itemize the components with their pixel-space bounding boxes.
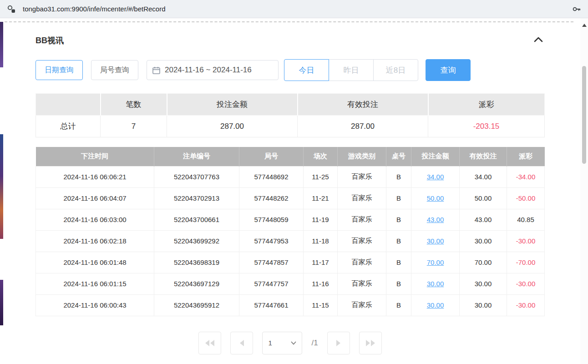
page-select-value: 1 bbox=[268, 339, 272, 347]
cell-order-id: 522043699292 bbox=[154, 230, 239, 252]
cell-order-id: 522043700661 bbox=[154, 209, 239, 230]
cell-session: 11-17 bbox=[304, 252, 338, 273]
next-page-button[interactable] bbox=[327, 332, 350, 354]
page-title: BB视讯 bbox=[35, 35, 64, 46]
header-order-id: 注单编号 bbox=[154, 147, 239, 166]
cell-round-id: 577447953 bbox=[239, 230, 304, 252]
cell-round-id: 577448059 bbox=[239, 209, 304, 230]
table-row: 2024-11-16 06:00:43 522043695912 5774476… bbox=[36, 294, 545, 316]
table-row: 2024-11-16 06:06:21 522043707763 5774486… bbox=[36, 166, 545, 187]
cell-order-id: 522043697129 bbox=[154, 273, 239, 294]
cell-session: 11-16 bbox=[304, 273, 338, 294]
table-row: 2024-11-16 06:04:07 522043702913 5774482… bbox=[36, 187, 545, 209]
header-game-type: 游戏类别 bbox=[338, 147, 386, 166]
quick-date-button-group: 今日 昨日 近8日 bbox=[284, 59, 418, 81]
key-icon[interactable] bbox=[572, 4, 582, 14]
bet-amount-link[interactable]: 30.00 bbox=[427, 301, 444, 309]
date-range-input[interactable]: 2024-11-16 ~ 2024-11-16 bbox=[147, 60, 279, 80]
date-range-value: 2024-11-16 ~ 2024-11-16 bbox=[165, 66, 252, 75]
bet-amount-link[interactable]: 30.00 bbox=[427, 237, 444, 245]
first-page-button[interactable] bbox=[198, 332, 221, 354]
table-row: 2024-11-16 06:02:18 522043699292 5774479… bbox=[36, 230, 545, 252]
date-query-tab[interactable]: 日期查询 bbox=[35, 60, 83, 80]
cell-round-id: 577447661 bbox=[239, 294, 304, 316]
summary-count: 7 bbox=[101, 116, 167, 137]
cell-game-type: 百家乐 bbox=[338, 166, 386, 187]
cell-game-type: 百家乐 bbox=[338, 252, 386, 273]
cell-valid-bet: 70.00 bbox=[460, 252, 507, 273]
table-row: 2024-11-16 06:03:00 522043700661 5774480… bbox=[36, 209, 545, 230]
cell-valid-bet: 30.00 bbox=[460, 230, 507, 252]
summary-bet-amount: 287.00 bbox=[167, 116, 298, 137]
yesterday-button[interactable]: 昨日 bbox=[329, 59, 374, 81]
cell-bet-time: 2024-11-16 06:02:18 bbox=[36, 230, 154, 252]
cell-bet-time: 2024-11-16 06:01:15 bbox=[36, 273, 154, 294]
browser-address-bar: tongbao31.com:9900/infe/mcenter/#/betRec… bbox=[0, 0, 588, 18]
chevron-down-icon bbox=[291, 341, 296, 345]
cell-round-id: 577447757 bbox=[239, 273, 304, 294]
cell-game-type: 百家乐 bbox=[338, 230, 386, 252]
last-8-days-button[interactable]: 近8日 bbox=[373, 59, 418, 81]
cell-order-id: 522043707763 bbox=[154, 166, 239, 187]
cell-session: 11-19 bbox=[304, 209, 338, 230]
scrollbar-track[interactable] bbox=[580, 18, 588, 364]
bet-amount-link[interactable]: 43.00 bbox=[427, 216, 444, 223]
cell-payout: -50.00 bbox=[507, 187, 545, 209]
cell-valid-bet: 30.00 bbox=[460, 273, 507, 294]
bet-amount-link[interactable]: 30.00 bbox=[427, 280, 444, 288]
round-query-tab[interactable]: 局号查询 bbox=[91, 60, 138, 80]
cell-bet-time: 2024-11-16 06:01:48 bbox=[36, 252, 154, 273]
cell-order-id: 522043695912 bbox=[154, 294, 239, 316]
summary-valid-bet: 287.00 bbox=[298, 116, 428, 137]
cell-valid-bet: 50.00 bbox=[460, 187, 507, 209]
cell-bet-time: 2024-11-16 06:03:00 bbox=[36, 209, 154, 230]
page-total-label: /1 bbox=[311, 339, 318, 348]
search-button[interactable]: 查询 bbox=[426, 59, 471, 81]
cell-table-code: B bbox=[386, 187, 411, 209]
summary-header-payout: 派彩 bbox=[428, 94, 545, 116]
last-page-button[interactable] bbox=[359, 332, 382, 354]
cell-valid-bet: 43.00 bbox=[460, 209, 507, 230]
cell-round-id: 577448262 bbox=[239, 187, 304, 209]
scroll-up-arrow-icon[interactable] bbox=[582, 24, 587, 27]
url-text[interactable]: tongbao31.com:9900/infe/mcenter/#/betRec… bbox=[23, 5, 572, 13]
cell-bet-time: 2024-11-16 06:04:07 bbox=[36, 187, 154, 209]
cell-game-type: 百家乐 bbox=[338, 273, 386, 294]
background-artifact bbox=[0, 280, 3, 325]
cell-payout: -30.00 bbox=[507, 273, 545, 294]
cell-table-code: B bbox=[386, 166, 411, 187]
bet-amount-link[interactable]: 70.00 bbox=[427, 258, 444, 266]
cell-bet-time: 2024-11-16 06:00:43 bbox=[36, 294, 154, 316]
cell-valid-bet: 30.00 bbox=[460, 294, 507, 316]
summary-payout: -203.15 bbox=[428, 116, 545, 137]
profile-switch-icon[interactable] bbox=[6, 4, 16, 14]
cell-round-id: 577447857 bbox=[239, 252, 304, 273]
header-session: 场次 bbox=[304, 147, 338, 166]
today-button[interactable]: 今日 bbox=[284, 59, 329, 81]
cell-table-code: B bbox=[386, 294, 411, 316]
cell-session: 11-15 bbox=[304, 294, 338, 316]
cell-payout: -30.00 bbox=[507, 230, 545, 252]
cell-session: 11-18 bbox=[304, 230, 338, 252]
summary-header-count: 笔数 bbox=[101, 94, 167, 116]
cell-table-code: B bbox=[386, 209, 411, 230]
bet-records-table: 下注时间 注单编号 局号 场次 游戏类别 桌号 投注金额 有效投注 派彩 202… bbox=[35, 147, 545, 316]
cell-table-code: B bbox=[386, 230, 411, 252]
pagination: 1 /1 bbox=[35, 332, 545, 354]
summary-label: 总计 bbox=[36, 116, 101, 137]
page-select[interactable]: 1 bbox=[262, 332, 302, 354]
prev-page-button[interactable] bbox=[230, 332, 253, 354]
cell-session: 11-25 bbox=[304, 166, 338, 187]
header-valid-bet: 有效投注 bbox=[460, 147, 507, 166]
bet-amount-link[interactable]: 50.00 bbox=[427, 194, 444, 202]
cell-payout: -70.00 bbox=[507, 252, 545, 273]
collapse-chevron-up-icon[interactable] bbox=[532, 35, 545, 46]
scrollbar-thumb[interactable] bbox=[582, 66, 586, 164]
background-artifact bbox=[0, 134, 3, 239]
header-bet-amount: 投注金额 bbox=[411, 147, 460, 166]
cell-game-type: 百家乐 bbox=[338, 209, 386, 230]
header-bet-time: 下注时间 bbox=[36, 147, 154, 166]
header-round-id: 局号 bbox=[239, 147, 304, 166]
cell-table-code: B bbox=[386, 273, 411, 294]
bet-amount-link[interactable]: 34.00 bbox=[427, 173, 444, 181]
